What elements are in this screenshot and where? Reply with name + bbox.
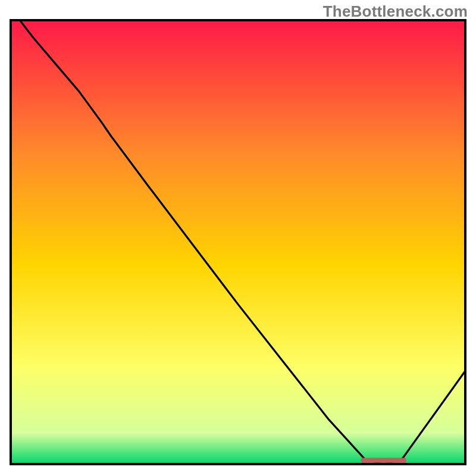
optimal-range-highlight — [361, 458, 406, 463]
chart-svg — [0, 0, 476, 476]
bottleneck-chart: TheBottleneck.com — [0, 0, 476, 476]
watermark-text: TheBottleneck.com — [323, 2, 468, 21]
gradient-background — [11, 20, 465, 464]
plot-area — [11, 20, 465, 464]
